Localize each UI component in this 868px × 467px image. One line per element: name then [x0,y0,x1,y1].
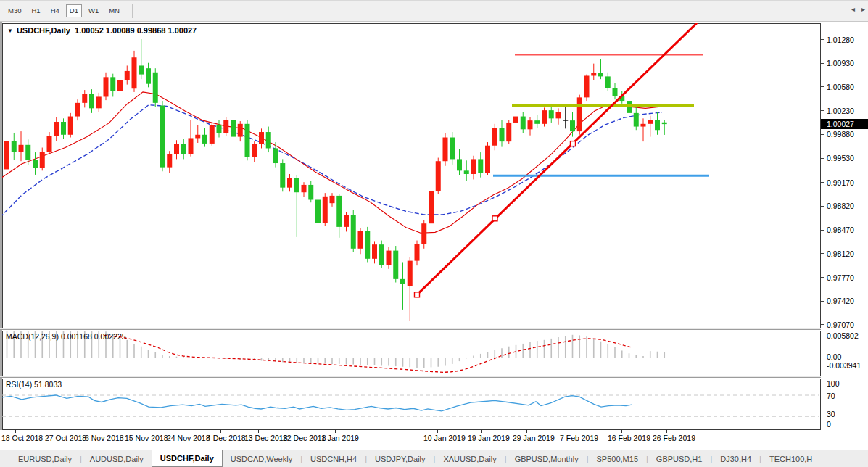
date-tick [258,430,259,433]
date-axis-label: 27 Oct 2018 [45,434,86,442]
date-axis-label: 19 Jan 2019 [468,434,510,442]
timeframe-button-m30[interactable]: M30 [4,4,25,17]
date-tick [297,430,297,433]
price-axis-label: 0.97770 [827,273,854,282]
price-tick [821,206,824,207]
date-axis-label: 10 Jan 2019 [423,434,466,442]
tab-xauusd[interactable]: XAUUSD,Daily [435,450,504,467]
price-axis-label: 1.00230 [827,107,854,115]
price-axis-label: 0.99530 [827,154,854,162]
time-axis[interactable]: 18 Oct 201827 Oct 20186 Nov 201815 Nov 2… [0,430,868,449]
timeframe-toolbar: M30H1H4D1W1MN [0,0,868,22]
date-tick [220,430,221,433]
date-axis-label: 16 Feb 2019 [608,434,650,442]
macd-axis-label: 0.005802 [827,331,859,340]
main-chart-canvas[interactable] [2,23,821,328]
current-price-tag: 1.00027 [821,119,868,129]
chart-tab-bar: EURUSD,Daily|AUDUSD,DailyUSDCHF,DailyUSD… [0,450,868,467]
tab-scroll-right-icon[interactable]: ▸ [861,5,865,13]
tab-eurusd[interactable]: EURUSD,Daily [10,450,80,467]
price-axis-label: 1.01280 [827,36,854,44]
macd-axis-label: -0.003941 [827,361,861,370]
price-axis-label: 1.00930 [827,59,854,67]
chevron-down-icon[interactable]: ▼ [7,28,13,34]
price-tick [821,324,824,325]
date-tick [335,430,336,433]
price-axis-label: 0.97070 [827,321,854,329]
price-scale[interactable]: 1.012801.009301.005801.002300.998800.995… [821,22,868,430]
price-axis-label: 0.99170 [827,178,854,187]
price-tick [821,230,824,231]
chart-title-symbol: USDCHF,Daily [17,26,70,35]
price-tick [821,158,824,159]
date-axis-label: 24 Nov 2018 [167,434,210,442]
toolbar-separator [132,4,133,18]
date-axis-label: 26 Feb 2019 [653,434,695,442]
date-axis-label: 4 Dec 2018 [207,434,246,442]
rsi-line [2,395,632,411]
date-axis-label: 6 Nov 2018 [85,434,124,442]
tab-tech100[interactable]: TECH100,H [761,450,820,467]
date-tick [574,430,574,433]
tab-dj30[interactable]: DJ30,H4 [712,450,759,467]
trendline-anchor[interactable] [492,216,497,221]
date-axis-label: 15 Nov 2018 [125,434,168,442]
date-tick [666,430,667,433]
tab-usdcad[interactable]: USDCAD,Weekly [223,450,300,467]
date-axis-label: 1 Jan 2019 [321,434,359,442]
chart-title-ohlc: 1.00052 1.00089 0.99868 1.00027 [75,26,197,35]
price-tick [821,277,824,278]
date-tick [526,430,527,433]
date-axis-label: 13 Dec 2018 [244,434,288,442]
moving-averages [2,92,662,233]
date-tick [181,430,181,433]
date-axis-label: 7 Feb 2019 [560,434,598,442]
tab-gbpusd[interactable]: GBPUSD,Monthly [507,450,587,467]
price-axis-label: 0.98120 [827,249,854,258]
tab-usdjpy[interactable]: USDJPY,Daily [367,450,434,467]
timeframe-button-d1[interactable]: D1 [66,4,82,17]
price-tick [821,63,824,64]
macd-signal-line [104,335,632,372]
price-axis-label: 1.00580 [827,83,854,91]
date-tick [621,430,622,433]
candles [4,39,667,321]
date-tick [99,430,99,433]
tab-audusd[interactable]: AUDUSD,Daily [82,450,152,467]
price-tick [821,134,824,135]
date-tick [15,430,16,433]
timeframe-button-w1[interactable]: W1 [85,4,102,17]
price-axis-label: 0.98470 [827,226,854,234]
macd-label: MACD(12,26,9) 0.001168 0.002225 [6,332,126,341]
date-tick [437,430,438,433]
date-axis-label: 29 Jan 2019 [513,434,555,442]
price-tick [821,182,824,183]
price-tick [821,86,824,87]
chart-title: ▼USDCHF,Daily 1.00052 1.00089 0.99868 1.… [7,26,197,35]
timeframe-button-mn[interactable]: MN [105,4,123,17]
date-axis-label: 22 Dec 2018 [283,434,326,442]
price-axis-label: 0.97420 [827,297,854,305]
date-axis-label: 18 Oct 2018 [1,434,43,442]
rsi-axis-label: 100 [827,379,840,388]
date-tick [59,430,59,433]
timeframe-button-h4[interactable]: H4 [47,4,63,17]
tab-scroll-left-icon[interactable]: ◂ [851,5,855,13]
date-tick [481,430,482,433]
tab-usdcnh[interactable]: USDCNH,H4 [302,450,365,467]
price-tick [821,253,824,254]
price-tick [821,110,824,111]
tab-gbpusd[interactable]: GBPUSD,H1 [648,450,711,467]
rsi-label: RSI(14) 51.8033 [6,380,62,389]
tab-scroll-arrows: ◂ ▸ [851,0,865,17]
timeframe-button-h1[interactable]: H1 [28,4,44,17]
rsi-canvas[interactable] [2,379,821,430]
price-axis-label: 0.98820 [827,202,854,210]
date-tick [139,430,139,433]
rsi-axis-label: 0 [827,420,831,429]
trendline-anchor[interactable] [571,141,576,146]
tab-sp500[interactable]: SP500,M15 [589,450,646,467]
macd-axis-label: 0.00 [827,352,841,361]
trendline-anchor[interactable] [415,292,420,297]
tab-usdchf[interactable]: USDCHF,Daily [152,450,223,467]
